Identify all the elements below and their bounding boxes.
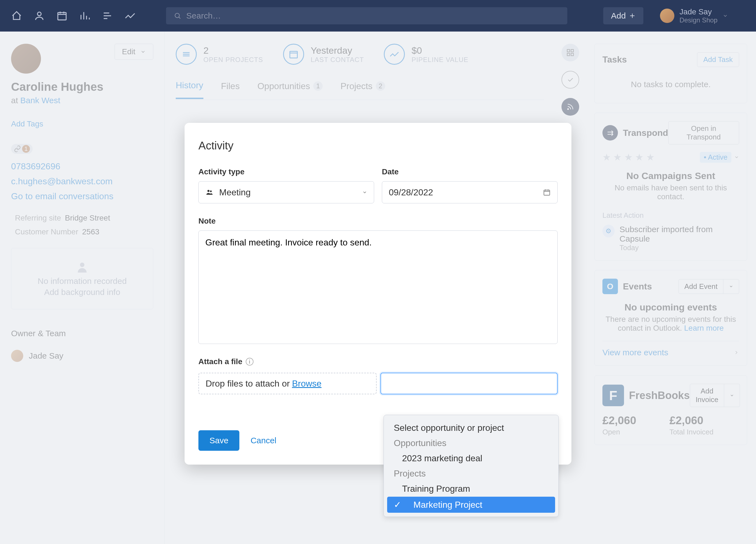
dropdown-header-projects: Projects	[384, 466, 558, 481]
link-opportunity-select[interactable]	[380, 373, 558, 394]
note-textarea[interactable]	[198, 230, 558, 344]
modal-title: Activity	[198, 139, 558, 152]
activity-modal-backdrop: Activity Activity type Meeting Date 09/2…	[0, 0, 756, 544]
date-label: Date	[382, 167, 558, 176]
people-icon	[205, 188, 214, 196]
svg-rect-12	[544, 190, 550, 195]
note-label: Note	[198, 217, 558, 226]
dropdown-option[interactable]: Training Program	[384, 481, 558, 497]
cancel-button[interactable]: Cancel	[250, 436, 276, 445]
svg-point-11	[210, 190, 212, 192]
chevron-down-icon	[362, 190, 367, 195]
dropdown-option-selected[interactable]: Marketing Project	[387, 497, 555, 513]
activity-modal: Activity Activity type Meeting Date 09/2…	[185, 123, 571, 465]
link-dropdown-menu: Select opportunity or project Opportunit…	[384, 415, 559, 517]
info-icon[interactable]: i	[246, 358, 253, 366]
attach-file-label: Attach a file	[198, 357, 242, 366]
browse-link[interactable]: Browse	[292, 379, 322, 389]
file-dropzone[interactable]: Drop files to attach or Browse	[198, 373, 377, 394]
svg-point-10	[208, 190, 210, 192]
dropdown-header-opportunities: Opportunities	[384, 436, 558, 450]
save-button[interactable]: Save	[198, 430, 239, 451]
activity-type-select[interactable]: Meeting	[198, 181, 374, 203]
dropdown-option[interactable]: 2023 marketing deal	[384, 450, 558, 466]
activity-type-label: Activity type	[198, 167, 374, 176]
date-input[interactable]: 09/28/2022	[382, 181, 558, 203]
calendar-icon	[543, 188, 551, 196]
dropdown-placeholder[interactable]: Select opportunity or project	[384, 420, 558, 436]
